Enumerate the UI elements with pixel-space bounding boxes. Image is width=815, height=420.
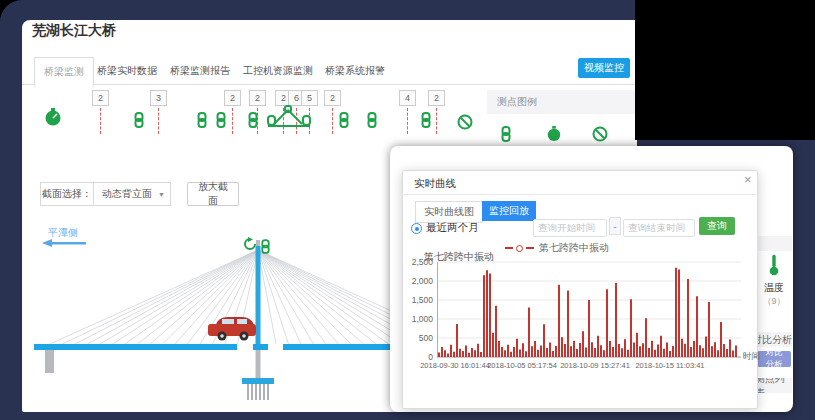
- legend-marker-icon: [516, 245, 523, 252]
- section-select-label: 截面选择：: [41, 183, 94, 205]
- vibration-chart: [437, 261, 741, 358]
- sensor-dashed-line: [232, 108, 233, 134]
- thermometer-icon[interactable]: [756, 253, 792, 281]
- car-illustration: [208, 317, 256, 341]
- legend-marker-icon: [505, 247, 513, 249]
- modal-header-divider: [402, 194, 756, 195]
- start-time-input[interactable]: [533, 219, 607, 237]
- compare-analysis-button[interactable]: 对比分析: [757, 351, 791, 367]
- sensor-dashed-line: [158, 108, 159, 134]
- close-icon[interactable]: ×: [744, 172, 752, 187]
- query-button[interactable]: 查询: [699, 217, 735, 235]
- section-select-dropdown[interactable]: 动态背立面 ▼: [94, 183, 170, 205]
- legend-panel-title: 测点图例: [497, 95, 537, 109]
- link-legend-icon[interactable]: [500, 126, 512, 142]
- sensor-count-badge: 3: [150, 90, 167, 106]
- y-axis-tick-label: 2,000: [405, 276, 433, 286]
- sensor-dashed-line: [332, 108, 333, 134]
- link-sensor-icon[interactable]: [366, 112, 378, 128]
- y-axis-tick-label: 1,000: [405, 314, 433, 324]
- legend-series-name: 第七跨跨中振动: [539, 241, 609, 255]
- end-time-input[interactable]: [623, 219, 695, 237]
- legend-marker-icon: [526, 247, 534, 249]
- sensor-dashed-line: [436, 108, 437, 134]
- link-sensor-icon[interactable]: [215, 112, 227, 128]
- bridge-diagram: [30, 236, 392, 412]
- stopwatch-legend-icon[interactable]: [546, 126, 562, 142]
- rotate-sensor-icon[interactable]: [243, 237, 257, 251]
- prohibition-legend-icon[interactable]: [592, 126, 608, 142]
- link-sensor-icon[interactable]: [338, 112, 350, 128]
- chevron-down-icon: ▼: [158, 191, 165, 198]
- screen: 芜湖长江大桥 桥梁监测 桥梁实时数据 桥梁监测报告 工控机资源监测 桥梁系统报警…: [0, 0, 815, 420]
- sensor-count-badge: 2: [92, 90, 109, 106]
- sensor-count-badge: 4: [399, 90, 416, 106]
- black-overlay: [635, 0, 815, 140]
- link-sensor-icon[interactable]: [133, 112, 145, 128]
- bridge-sensor-icon[interactable]: [266, 104, 312, 130]
- x-axis-tick-label: 2018-10-05 05:17:54: [482, 361, 562, 370]
- prohibition-sensor-icon[interactable]: [457, 114, 473, 130]
- x-axis-name: 时间: [743, 351, 760, 363]
- range-separator: -: [609, 217, 621, 235]
- tab-system-alarm[interactable]: 桥梁系统报警: [325, 64, 385, 78]
- section-select-value: 动态背立面: [102, 187, 152, 201]
- modal-tab-playback[interactable]: 监控回放: [482, 201, 536, 221]
- sensor-count-badge: 2: [249, 90, 266, 106]
- link-sensor-icon[interactable]: [247, 112, 259, 128]
- y-axis-tick-label: 2,500: [405, 257, 433, 267]
- section-select-group: 截面选择： 动态背立面 ▼: [40, 182, 171, 206]
- y-axis-tick-label: 1,500: [405, 295, 433, 305]
- chart-legend[interactable]: 第七跨跨中振动: [505, 241, 609, 255]
- x-axis-tick-label: 2018-10-09 15:27:41: [555, 361, 635, 370]
- tab-bridge-monitoring[interactable]: 桥梁监测: [34, 57, 94, 87]
- link-sensor-icon[interactable]: [260, 239, 271, 254]
- sensor-count-badge: 2: [224, 90, 241, 106]
- temperature-label: 温度: [756, 281, 792, 295]
- left-arrow-icon: [42, 238, 88, 248]
- modal-tab-realtime-curve[interactable]: 实时曲线图: [415, 201, 483, 223]
- sensor-count-badge: 2: [428, 90, 445, 106]
- y-axis-tick-label: 500: [405, 333, 433, 343]
- video-monitor-button[interactable]: 视频监控: [578, 58, 630, 78]
- last-two-months-radio[interactable]: [411, 223, 422, 234]
- legend-panel-header: 测点图例: [487, 90, 637, 114]
- x-axis-tick-label: 2018-10-15 11:03:41: [630, 361, 710, 370]
- link-sensor-icon[interactable]: [196, 112, 208, 128]
- enlarge-section-button[interactable]: 放大截面: [187, 182, 239, 206]
- tab-monitor-report[interactable]: 桥梁监测报告: [170, 64, 230, 78]
- page-title: 芜湖长江大桥: [32, 22, 116, 40]
- link-sensor-icon[interactable]: [420, 112, 432, 128]
- radio-label: 最近两个月: [426, 221, 479, 235]
- temperature-count: （9）: [756, 295, 792, 308]
- tabbar-divider: [22, 84, 637, 85]
- tab-ipc-resource[interactable]: 工控机资源监测: [243, 64, 313, 78]
- sensor-dashed-line: [407, 108, 408, 134]
- stopwatch-sensor-icon[interactable]: [44, 108, 62, 126]
- modal-title: 实时曲线: [414, 177, 456, 191]
- sensor-count-badge: 2: [324, 90, 341, 106]
- sensor-dashed-line: [100, 108, 101, 134]
- tab-realtime-data[interactable]: 桥梁实时数据: [97, 64, 157, 78]
